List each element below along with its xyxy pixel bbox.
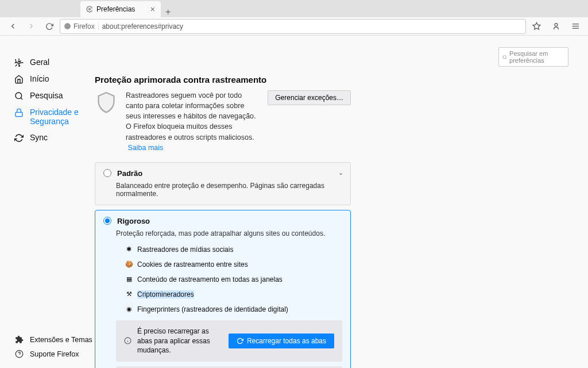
- crypto-icon: ⚒: [125, 290, 133, 298]
- sidebar-label: Sync: [30, 133, 48, 142]
- firefox-icon: [64, 22, 71, 30]
- shield-icon: [95, 90, 118, 116]
- tab-title: Preferências: [96, 5, 135, 13]
- sidebar-label: Início: [30, 74, 49, 83]
- tracker-item: ▦ Conteúdo de rastreamento em todas as j…: [125, 275, 342, 283]
- info-message: É preciso recarregar as abas para aplica…: [137, 327, 223, 355]
- option-desc: Balanceado entre proteção e desempenho. …: [116, 182, 342, 198]
- search-icon: [14, 91, 24, 101]
- option-title: Rigoroso: [117, 217, 150, 225]
- url-bar[interactable]: Firefox about:preferences#privacy: [60, 19, 526, 34]
- reload-button[interactable]: [41, 18, 57, 34]
- option-desc: Proteção reforçada, mas pode atrapalhar …: [116, 229, 342, 237]
- home-icon: [14, 75, 24, 84]
- svg-line-14: [506, 58, 506, 59]
- content-icon: ▦: [125, 275, 133, 283]
- tab-strip: Preferências × +: [0, 0, 588, 17]
- svg-point-0: [89, 9, 91, 10]
- svg-marker-2: [533, 22, 540, 29]
- browser-tab[interactable]: Preferências ×: [80, 1, 161, 17]
- social-icon: ✱: [125, 246, 133, 253]
- option-standard[interactable]: ⌄ Padrão Balanceado entre proteção e des…: [95, 162, 351, 205]
- learn-more-link[interactable]: Saiba mais: [127, 144, 163, 152]
- sidebar-item-home[interactable]: Início: [14, 71, 95, 87]
- svg-point-13: [503, 55, 506, 58]
- sidebar-label: Extensões e Temas: [30, 336, 92, 344]
- cookie-icon: 🍪: [125, 260, 133, 268]
- svg-point-8: [16, 93, 22, 99]
- sidebar-item-general[interactable]: Geral: [14, 54, 95, 71]
- radio-standard[interactable]: [103, 169, 111, 177]
- new-tab-button[interactable]: +: [161, 7, 175, 17]
- reload-info-box: É preciso recarregar as abas para aplica…: [116, 320, 342, 362]
- svg-rect-10: [16, 112, 22, 116]
- forward-button[interactable]: [23, 18, 39, 34]
- reload-tabs-button[interactable]: Recarregar todas as abas: [229, 334, 334, 348]
- settings-sidebar: Geral Início Pesquisa Privacidade e Segu…: [0, 36, 95, 368]
- menu-button[interactable]: [567, 18, 583, 34]
- sidebar-item-search[interactable]: Pesquisa: [14, 87, 95, 104]
- intro-text: Rastreadores seguem você por todo canto …: [126, 90, 260, 153]
- chevron-down-icon: ⌄: [338, 169, 343, 177]
- manage-exceptions-button[interactable]: Gerenciar exceções…: [268, 90, 351, 105]
- bookmark-button[interactable]: [528, 18, 544, 34]
- gear-icon: [86, 6, 93, 13]
- radio-strict[interactable]: [103, 217, 111, 225]
- reload-icon: [237, 338, 243, 344]
- section-title: Proteção aprimorada contra rastreamento: [95, 75, 351, 85]
- gear-icon: [14, 58, 24, 67]
- lock-icon: [14, 108, 24, 117]
- option-strict[interactable]: Rigoroso Proteção reforçada, mas pode at…: [95, 210, 351, 368]
- puzzle-icon: [14, 335, 24, 344]
- fingerprint-icon: ◉: [125, 305, 133, 313]
- toolbar: Firefox about:preferences#privacy: [0, 17, 588, 36]
- identity-label: Firefox: [74, 22, 95, 30]
- sidebar-item-support[interactable]: Suporte Firefox: [14, 347, 95, 361]
- info-icon: [124, 337, 131, 344]
- help-icon: [14, 350, 24, 358]
- account-button[interactable]: [548, 18, 564, 34]
- sync-icon: [14, 133, 24, 143]
- sidebar-label: Geral: [30, 57, 49, 67]
- sidebar-label: Privacidade e Segurança: [30, 108, 92, 126]
- svg-point-1: [64, 23, 71, 29]
- svg-line-9: [21, 98, 22, 99]
- sidebar-item-sync[interactable]: Sync: [14, 129, 95, 146]
- sidebar-label: Suporte Firefox: [30, 350, 79, 358]
- url-text: about:preferences#privacy: [102, 22, 183, 30]
- tracker-item: 🍪 Cookies de rastreamento entre sites: [125, 260, 342, 269]
- tracker-item: ✱ Rastreadores de mídias sociais: [125, 246, 342, 254]
- tracker-item: ◉ Fingerprinters (rastreadores de identi…: [125, 305, 342, 313]
- main-panel: Pesquisar em preferências Proteção aprim…: [95, 36, 588, 368]
- sidebar-label: Pesquisa: [30, 91, 63, 100]
- sidebar-item-privacy[interactable]: Privacidade e Segurança: [14, 104, 95, 129]
- search-icon: [502, 54, 507, 60]
- search-placeholder: Pesquisar em preferências: [509, 50, 564, 64]
- svg-point-3: [555, 24, 558, 26]
- sidebar-item-extensions[interactable]: Extensões e Temas: [14, 332, 95, 347]
- option-title: Padrão: [117, 169, 142, 178]
- tracker-item: ⚒ Criptomineradores: [125, 290, 342, 298]
- search-preferences[interactable]: Pesquisar em preferências: [498, 47, 568, 67]
- close-icon[interactable]: ×: [150, 5, 155, 14]
- back-button[interactable]: [5, 18, 21, 34]
